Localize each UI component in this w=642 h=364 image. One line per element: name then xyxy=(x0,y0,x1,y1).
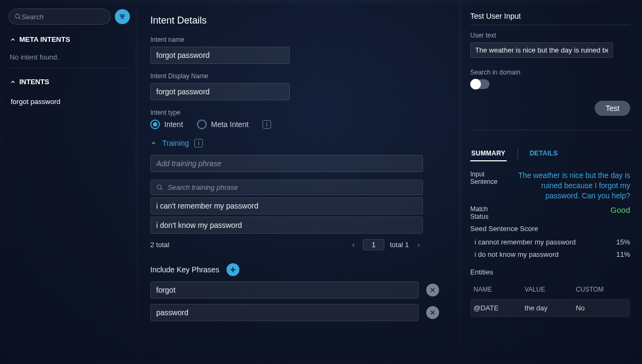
sidebar-search-input[interactable] xyxy=(21,13,105,21)
search-icon xyxy=(156,184,163,191)
training-phrase-row[interactable]: i don't know my password xyxy=(150,217,423,234)
seed-row: i cannot remember my password 15% xyxy=(470,236,630,248)
search-training-phrase-box[interactable] xyxy=(150,180,423,195)
prev-page-button[interactable]: ‹ xyxy=(349,240,358,250)
seed-score-label: Seed Sentence Score xyxy=(470,225,630,233)
intent-name-label: Intent name xyxy=(150,36,447,43)
main-panel: Intent Details Intent name Intent Displa… xyxy=(138,3,458,361)
filter-button[interactable] xyxy=(115,9,130,24)
divider xyxy=(470,130,630,130)
close-icon xyxy=(429,309,436,316)
entity-custom: No xyxy=(576,304,627,312)
page-number-input[interactable] xyxy=(363,239,384,250)
radio-intent-label: Intent xyxy=(164,120,183,129)
add-key-phrase-button[interactable] xyxy=(227,263,239,276)
key-phrase-input[interactable] xyxy=(150,304,419,321)
radio-meta-intent[interactable]: Meta Intent xyxy=(197,120,249,129)
filter-icon xyxy=(119,13,126,20)
next-page-button[interactable]: › xyxy=(414,240,423,250)
search-icon xyxy=(14,13,21,20)
seed-text: i do not know my password xyxy=(475,250,559,258)
test-button[interactable]: Test xyxy=(595,101,630,116)
svg-line-1 xyxy=(19,18,20,19)
sidebar-intent-item[interactable]: forgot password xyxy=(9,92,130,111)
plus-icon xyxy=(229,266,237,273)
sidebar: META INTENTS No intent found. INTENTS fo… xyxy=(3,3,135,361)
display-name-input[interactable] xyxy=(150,83,290,100)
entity-row: @DATE the day No xyxy=(470,299,630,317)
chevron-up-icon xyxy=(10,79,16,85)
close-icon xyxy=(429,287,436,293)
search-domain-toggle[interactable] xyxy=(470,79,490,89)
intents-label: INTENTS xyxy=(19,78,49,86)
intent-type-label: Intent type xyxy=(150,109,447,116)
meta-intents-empty: No intent found. xyxy=(9,50,130,68)
col-custom: CUSTOM xyxy=(576,286,627,293)
info-icon[interactable]: i xyxy=(194,139,203,147)
meta-intents-header[interactable]: META INTENTS xyxy=(9,31,130,48)
display-name-label: Intent Display Name xyxy=(150,72,447,80)
input-sentence-label: Input Sentence xyxy=(470,170,508,185)
svg-point-5 xyxy=(157,184,162,189)
radio-intent[interactable]: Intent xyxy=(150,120,183,129)
search-domain-label: Search in domain xyxy=(470,69,630,76)
key-phrases-label: Include Key Phrases xyxy=(150,265,219,274)
divider xyxy=(517,148,518,159)
entities-table-header: NAME VALUE CUSTOM xyxy=(470,280,630,299)
search-training-phrase-input[interactable] xyxy=(167,183,417,191)
tab-details[interactable]: DETAILS xyxy=(529,146,559,161)
meta-intents-label: META INTENTS xyxy=(19,35,70,43)
col-value: VALUE xyxy=(524,286,575,293)
info-icon[interactable]: i xyxy=(262,120,271,129)
radio-icon xyxy=(150,120,160,129)
entities-label: Entities xyxy=(470,268,630,276)
radio-icon xyxy=(197,120,207,129)
entity-value: the day xyxy=(524,304,575,312)
test-panel: Test User Input User text Search in doma… xyxy=(462,3,639,361)
seed-score: 15% xyxy=(616,238,630,246)
tab-summary[interactable]: SUMMARY xyxy=(470,146,507,161)
training-label: Training xyxy=(162,139,189,147)
training-phrase-row[interactable]: i can't remember my password xyxy=(150,197,423,214)
svg-point-0 xyxy=(16,14,20,18)
radio-meta-label: Meta Intent xyxy=(211,120,249,129)
match-status-label: Match Status xyxy=(470,205,508,220)
user-text-input[interactable] xyxy=(470,42,613,58)
chevron-up-icon xyxy=(10,36,16,43)
user-text-label: User text xyxy=(470,32,630,39)
remove-key-phrase-button[interactable] xyxy=(426,306,439,319)
chevron-up-icon xyxy=(150,140,157,146)
input-sentence-value: The weather is nice but the day is ruine… xyxy=(514,170,630,201)
seed-text: i cannot remember my password xyxy=(475,238,576,246)
key-phrase-input[interactable] xyxy=(150,281,419,299)
training-section-header[interactable]: Training i xyxy=(150,139,447,147)
intents-header[interactable]: INTENTS xyxy=(9,73,130,90)
col-name: NAME xyxy=(473,286,524,293)
divider xyxy=(470,25,630,25)
seed-row: i do not know my password 11% xyxy=(470,248,630,261)
entity-name: @DATE xyxy=(473,304,524,312)
test-panel-title: Test User Input xyxy=(470,12,630,20)
match-status-value: Good xyxy=(514,205,630,214)
add-training-phrase-input[interactable] xyxy=(150,155,423,172)
phrase-count: 2 total xyxy=(150,241,169,249)
page-title: Intent Details xyxy=(150,15,447,26)
sidebar-search-box[interactable] xyxy=(9,9,111,25)
svg-line-6 xyxy=(160,188,162,190)
total-pages-label: total 1 xyxy=(390,241,408,249)
seed-score: 11% xyxy=(616,250,630,258)
remove-key-phrase-button[interactable] xyxy=(426,284,439,296)
intent-name-input[interactable] xyxy=(150,47,290,64)
